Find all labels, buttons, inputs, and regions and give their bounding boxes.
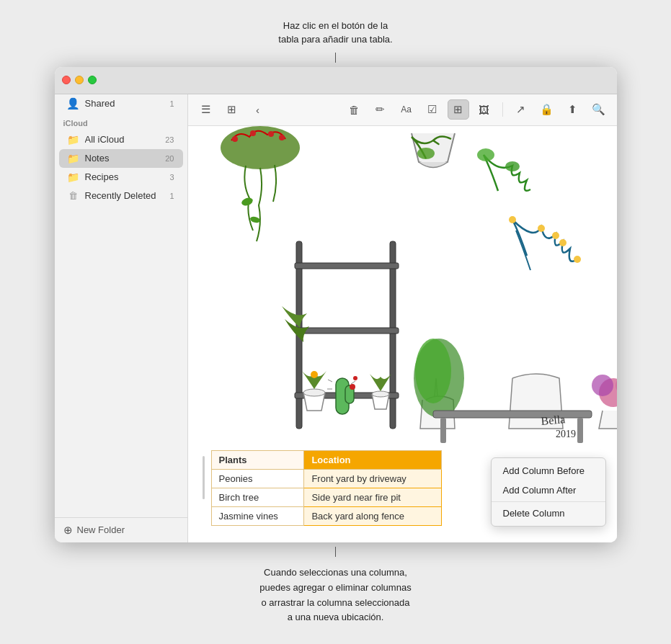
table-cell[interactable]: Peonies — [211, 469, 304, 488]
svg-point-5 — [279, 135, 285, 140]
tooltip-bottom-line4: a una nueva ubicación. — [288, 612, 384, 622]
new-note-button[interactable]: ✏ — [370, 99, 391, 120]
table-button[interactable]: ⊞ — [448, 99, 469, 120]
media-button[interactable]: 🖼 — [474, 99, 495, 120]
svg-point-23 — [372, 391, 389, 397]
list-view-button[interactable]: ☰ — [195, 99, 217, 120]
outer-wrapper: Haz clic en el botón de la tabla para añ… — [0, 0, 671, 644]
table-icon: ⊞ — [453, 103, 463, 116]
checklist-button[interactable]: ☑ — [422, 99, 443, 120]
close-button[interactable] — [62, 76, 71, 84]
table-resize-handle[interactable] — [203, 456, 208, 499]
svg-point-30 — [574, 256, 581, 263]
table-cell-location[interactable]: Back yard along fence — [304, 506, 441, 525]
svg-text:2019: 2019 — [556, 429, 576, 439]
tooltip-bottom-line3: o arrastrar la columna seleccionada — [262, 597, 410, 608]
shared-label: Shared — [85, 98, 164, 109]
note-content: Bella 2019 — [188, 126, 617, 542]
format-text-icon: Aa — [401, 104, 412, 115]
all-icloud-label: All iCloud — [85, 134, 160, 145]
search-button[interactable]: 🔍 — [588, 99, 610, 120]
recipes-icon: 📁 — [68, 171, 79, 183]
table-area: Plants Location Peonies Front yard by dr… — [188, 443, 617, 533]
svg-point-8 — [417, 148, 435, 159]
table-cell[interactable]: Birch tree — [211, 488, 304, 506]
location-column-header[interactable]: Location — [304, 450, 441, 469]
tooltip-top: Haz clic en el botón de la tabla para añ… — [278, 19, 392, 47]
tooltip-bottom-line2: puedes agregar o eliminar columnas — [259, 582, 411, 593]
table-cell-location[interactable]: Side yard near fire pit — [304, 488, 441, 506]
table-cell[interactable]: Jasmine vines — [211, 506, 304, 525]
checklist-icon: ☑ — [427, 103, 437, 116]
svg-point-16 — [350, 384, 355, 390]
title-bar — [55, 67, 617, 94]
sidebar-item-shared[interactable]: 👤 Shared 1 — [59, 94, 183, 113]
tooltip-top-line2: tabla para añadir una tabla. — [278, 34, 392, 45]
lock-button[interactable]: 🔒 — [536, 99, 558, 120]
svg-point-3 — [250, 130, 256, 136]
sidebar-item-recently-deleted[interactable]: 🗑 Recently Deleted 1 — [59, 187, 183, 205]
export-icon: ⬆ — [568, 103, 577, 116]
grid-icon: ⊞ — [227, 103, 236, 116]
svg-point-45 — [477, 148, 494, 161]
shared-badge: 1 — [169, 99, 174, 108]
delete-button[interactable]: 🗑 — [344, 99, 365, 120]
plus-icon: ⊕ — [63, 524, 73, 537]
lock-icon: 🔒 — [540, 103, 554, 116]
all-icloud-badge: 23 — [165, 135, 174, 144]
svg-rect-10 — [390, 241, 396, 429]
media-icon: 🖼 — [479, 104, 489, 116]
add-column-before-item[interactable]: Add Column Before — [492, 461, 605, 480]
tooltip-top-line1: Haz clic en el botón de la — [283, 20, 388, 31]
maximize-button[interactable] — [88, 76, 97, 84]
delete-column-item[interactable]: Delete Column — [492, 504, 605, 523]
svg-text:Bella: Bella — [540, 413, 565, 427]
svg-point-27 — [538, 225, 545, 232]
trash-icon: 🗑 — [68, 190, 79, 202]
sidebar-bottom: ⊕ New Folder — [55, 517, 187, 542]
svg-point-46 — [505, 161, 520, 171]
export-button[interactable]: ⬆ — [562, 99, 584, 120]
notes-badge: 20 — [165, 154, 174, 163]
svg-point-2 — [232, 136, 238, 142]
notes-label: Notes — [85, 153, 160, 164]
plants-column-header[interactable]: Plants — [211, 450, 304, 469]
back-button[interactable]: ‹ — [247, 99, 269, 120]
table-cell-location[interactable]: Front yard by driveway — [304, 469, 441, 488]
svg-rect-33 — [577, 418, 583, 443]
app-window: 👤 Shared 1 iCloud 📁 All iCloud 23 📁 Note… — [55, 67, 617, 542]
sidebar-item-notes[interactable]: 📁 Notes 20 — [59, 149, 183, 168]
svg-point-25 — [415, 339, 451, 403]
notes-folder-icon: 📁 — [68, 153, 79, 164]
toolbar: ☰ ⊞ ‹ 🗑 ✏ Aa — [188, 94, 617, 126]
drawing-area: Bella 2019 — [188, 126, 617, 443]
svg-point-4 — [268, 131, 274, 137]
add-column-after-item[interactable]: Add Column After — [492, 480, 605, 500]
minimize-button[interactable] — [75, 76, 84, 84]
edit-icon: ✏ — [376, 103, 385, 116]
context-menu-separator — [492, 501, 605, 502]
format-button[interactable]: Aa — [396, 99, 417, 120]
sidebar-item-recipes[interactable]: 📁 Recipes 3 — [59, 168, 183, 187]
recently-deleted-label: Recently Deleted — [85, 190, 164, 201]
search-icon: 🔍 — [592, 103, 605, 116]
table-row: Peonies Front yard by driveway — [211, 469, 441, 488]
table-row: Birch tree Side yard near fire pit — [211, 488, 441, 506]
share-button[interactable]: ↗ — [510, 99, 532, 120]
svg-point-21 — [303, 389, 325, 396]
sidebar-item-all-icloud[interactable]: 📁 All iCloud 23 — [59, 130, 183, 149]
sidebar: 👤 Shared 1 iCloud 📁 All iCloud 23 📁 Note… — [55, 94, 188, 542]
grid-view-button[interactable]: ⊞ — [221, 99, 243, 120]
svg-rect-32 — [440, 418, 446, 443]
list-icon: ☰ — [201, 103, 210, 116]
icloud-section-label: iCloud — [55, 113, 187, 130]
toolbar-separator-1 — [502, 102, 503, 117]
share-icon: ↗ — [516, 103, 525, 116]
table-row: Jasmine vines Back yard along fence — [211, 506, 441, 525]
new-folder-label: New Folder — [77, 524, 125, 535]
svg-rect-11 — [295, 263, 399, 269]
recipes-label: Recipes — [85, 171, 164, 182]
svg-point-26 — [509, 216, 516, 223]
svg-point-28 — [552, 232, 559, 239]
new-folder-button[interactable]: ⊕ New Folder — [63, 524, 179, 537]
